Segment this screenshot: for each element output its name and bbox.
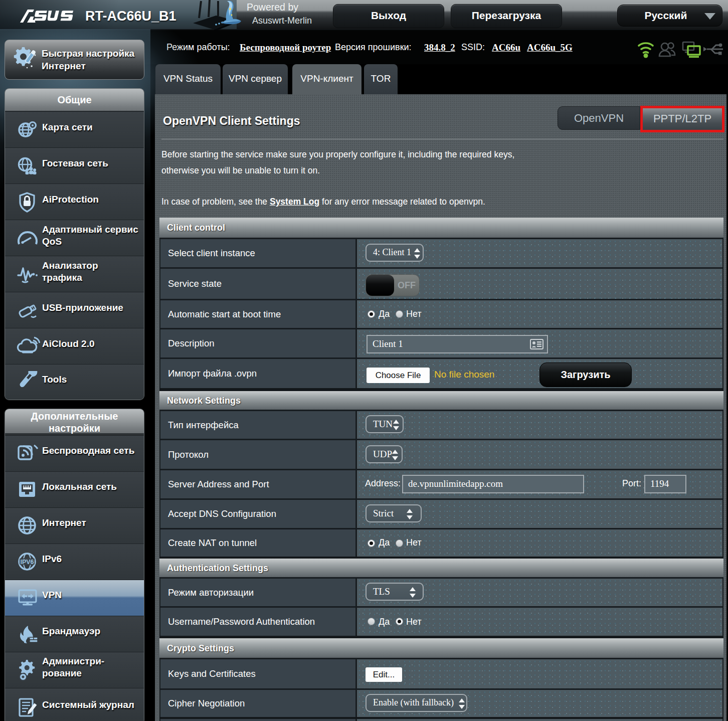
svg-text:IPV6: IPV6 [20,559,34,566]
